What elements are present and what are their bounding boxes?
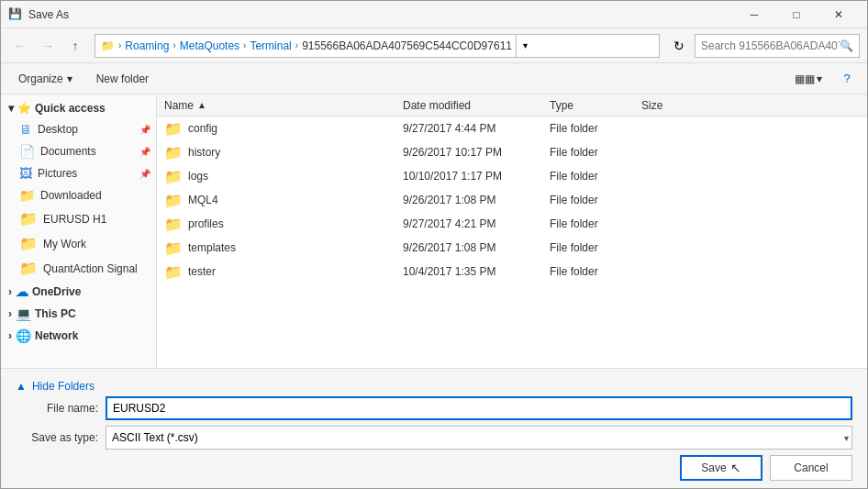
folder-icon-3: 📁 [164, 192, 183, 209]
breadcrumb-terminal[interactable]: Terminal [250, 39, 291, 52]
sidebar-section-onedrive[interactable]: › ☁ OneDrive [1, 281, 156, 303]
column-type-label: Type [550, 99, 573, 112]
main-content: ▾ ⭐ Quick access 🖥 Desktop 📌 📄 Documents… [1, 94, 867, 368]
help-button[interactable]: ? [836, 68, 858, 90]
button-row: Save ↖ Cancel [16, 455, 852, 481]
search-icon: 🔍 [840, 39, 853, 52]
filetype-select-wrapper: ASCII Text (*.csv) ▾ [106, 426, 852, 450]
breadcrumb-dropdown-button[interactable]: ▾ [516, 34, 534, 58]
onedrive-chevron-icon: › [8, 285, 12, 298]
breadcrumb-roaming[interactable]: Roaming [125, 39, 169, 52]
file-type-1: File folder [550, 146, 641, 159]
filetype-row: Save as type: ASCII Text (*.csv) ▾ [16, 426, 852, 450]
sidebar-item-pictures[interactable]: 🖼 Pictures 📌 [1, 162, 156, 184]
close-button[interactable]: ✕ [818, 1, 860, 28]
file-type-4: File folder [550, 217, 641, 230]
sidebar-item-mywork[interactable]: 📁 My Work [1, 231, 156, 256]
file-type-6: File folder [550, 265, 641, 278]
mywork-folder-icon: 📁 [19, 235, 38, 252]
folder-icon-5: 📁 [164, 239, 183, 257]
sidebar-item-eurusd-label: EURUSD H1 [43, 213, 106, 226]
thispc-chevron-icon: › [8, 307, 12, 320]
minimize-button[interactable]: ─ [733, 1, 775, 28]
pin-icon-documents: 📌 [139, 147, 150, 157]
sidebar-section-thispc[interactable]: › 💻 This PC [1, 303, 156, 325]
breadcrumb-metaquotes[interactable]: MetaQuotes [180, 39, 239, 52]
organize-label: Organize [18, 72, 63, 85]
save-cursor-icon: ↖ [730, 461, 741, 475]
column-header-size[interactable]: Size [641, 99, 715, 112]
file-date-5: 9/26/2017 1:08 PM [403, 241, 550, 254]
documents-icon: 📄 [19, 144, 35, 159]
breadcrumb-current: 915566BA06ADA407569C544CC0D97611 [302, 39, 512, 52]
table-row[interactable]: 📁 templates 9/26/2017 1:08 PM File folde… [157, 236, 867, 260]
cancel-button[interactable]: Cancel [770, 455, 852, 481]
sidebar-item-eurusd[interactable]: 📁 EURUSD H1 [1, 206, 156, 231]
file-date-0: 9/27/2017 4:44 PM [403, 122, 550, 135]
navigation-toolbar: ← → ↑ 📁 › Roaming › MetaQuotes › Termina… [1, 28, 867, 63]
sidebar-item-documents-label: Documents [40, 145, 96, 158]
file-name-6: tester [188, 265, 216, 278]
filetype-select[interactable]: ASCII Text (*.csv) [106, 426, 852, 450]
column-size-label: Size [641, 99, 662, 112]
table-row[interactable]: 📁 history 9/26/2017 10:17 PM File folder [157, 140, 867, 164]
sidebar-item-desktop[interactable]: 🖥 Desktop 📌 [1, 118, 156, 140]
table-row[interactable]: 📁 MQL4 9/26/2017 1:08 PM File folder [157, 188, 867, 212]
hide-folders-label: Hide Folders [32, 380, 95, 393]
onedrive-label: OneDrive [32, 285, 81, 298]
folder-icon-6: 📁 [164, 263, 183, 281]
view-button[interactable]: ▦▦ ▾ [788, 68, 829, 90]
file-date-2: 10/10/2017 1:17 PM [403, 170, 550, 183]
bottom-section: ▲ Hide Folders File name: Save as type: … [1, 368, 867, 488]
organize-button[interactable]: Organize ▾ [10, 68, 81, 90]
sidebar-item-quantaction[interactable]: 📁 QuantAction Signal [1, 256, 156, 281]
save-button[interactable]: Save ↖ [680, 455, 762, 481]
column-name-label: Name [164, 99, 194, 112]
sidebar: ▾ ⭐ Quick access 🖥 Desktop 📌 📄 Documents… [1, 94, 157, 368]
title-bar: 💾 Save As ─ □ ✕ [1, 1, 867, 28]
breadcrumb-arrow-3: › [243, 40, 246, 50]
file-type-0: File folder [550, 122, 641, 135]
new-folder-button[interactable]: New folder [88, 68, 157, 90]
forward-button[interactable]: → [36, 34, 60, 58]
table-row[interactable]: 📁 profiles 9/27/2017 4:21 PM File folder [157, 212, 867, 236]
file-name-3: MQL4 [188, 194, 218, 206]
filename-input[interactable] [106, 396, 852, 420]
desktop-icon: 🖥 [19, 122, 32, 137]
sidebar-item-mywork-label: My Work [43, 238, 86, 250]
network-chevron-icon: › [8, 329, 12, 342]
table-row[interactable]: 📁 config 9/27/2017 4:44 PM File folder [157, 117, 867, 140]
network-icon: 🌐 [16, 328, 31, 343]
file-date-6: 10/4/2017 1:35 PM [403, 265, 550, 278]
refresh-button[interactable]: ↻ [667, 34, 691, 58]
organize-chevron-icon: ▾ [67, 72, 72, 85]
pin-icon-desktop: 📌 [139, 125, 150, 135]
filename-row: File name: [16, 396, 852, 420]
sidebar-section-network[interactable]: › 🌐 Network [1, 325, 156, 347]
file-name-2: logs [188, 170, 208, 183]
column-header-type[interactable]: Type [550, 99, 641, 112]
sidebar-item-downloaded[interactable]: 📁 Downloaded [1, 184, 156, 206]
file-date-1: 9/26/2017 10:17 PM [403, 146, 550, 159]
column-header-date[interactable]: Date modified [403, 99, 550, 112]
file-type-2: File folder [550, 170, 641, 183]
search-box: 🔍 [695, 34, 860, 58]
thispc-icon: 💻 [16, 306, 31, 321]
column-header-name[interactable]: Name ▲ [164, 99, 403, 112]
organize-toolbar: Organize ▾ New folder ▦▦ ▾ ? [1, 63, 867, 94]
breadcrumb-arrow-2: › [172, 40, 175, 50]
filename-label: File name: [16, 402, 98, 415]
pictures-icon: 🖼 [19, 166, 32, 181]
sidebar-item-documents[interactable]: 📄 Documents 📌 [1, 140, 156, 162]
sidebar-section-quick-access[interactable]: ▾ ⭐ Quick access [1, 98, 156, 118]
hide-folders-bar[interactable]: ▲ Hide Folders [16, 376, 852, 396]
sort-arrow-icon: ▲ [197, 100, 206, 110]
table-row[interactable]: 📁 logs 10/10/2017 1:17 PM File folder [157, 164, 867, 188]
table-row[interactable]: 📁 tester 10/4/2017 1:35 PM File folder [157, 260, 867, 283]
title-bar-left: 💾 Save As [8, 7, 69, 22]
up-button[interactable]: ↑ [63, 34, 87, 58]
back-button[interactable]: ← [8, 34, 32, 58]
search-input[interactable] [701, 39, 840, 52]
quantaction-folder-icon: 📁 [19, 260, 38, 277]
maximize-button[interactable]: □ [775, 1, 818, 28]
